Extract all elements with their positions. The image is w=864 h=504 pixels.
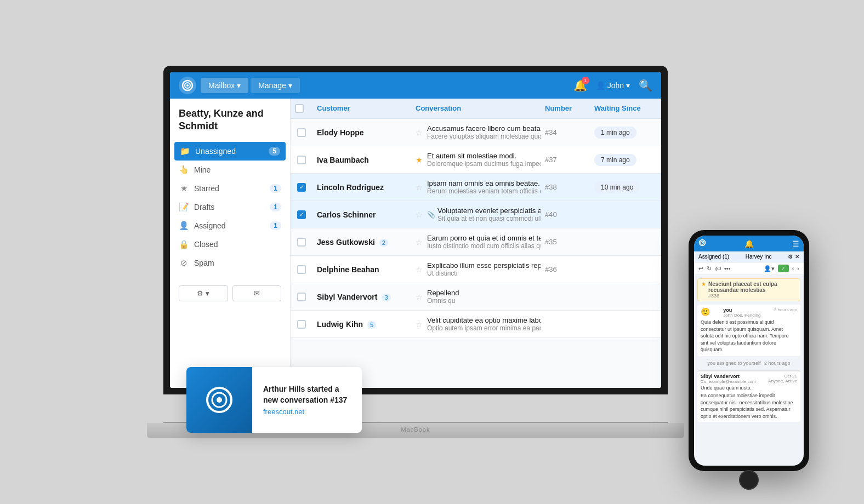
- customer-name: Jess Gutkowski 2: [317, 238, 407, 247]
- waiting-badge: 1 min ago: [594, 127, 636, 139]
- conv-meta: ☆ Explicabo illum esse perspiciatis repe…: [416, 261, 536, 277]
- customer-name: Elody Hoppe: [317, 128, 407, 137]
- table-row[interactable]: Elody Hoppe ☆ Accusamus facere libero cu…: [291, 119, 661, 146]
- app-header: Mailbox ▾ Manage ▾ 🔔 1 👤 John ▾: [170, 72, 661, 99]
- row-checkbox[interactable]: [297, 128, 306, 137]
- conv-preview: Sit quia at et non quasi commodi ullam. …: [437, 215, 541, 222]
- phone-bell-icon[interactable]: 🔔: [744, 239, 754, 248]
- phone-app-logo: [698, 239, 706, 248]
- customer-cell: Delphine Beahan: [312, 265, 411, 274]
- phone-message-sender: you John Doe, Pending: [723, 307, 760, 318]
- search-icon[interactable]: 🔍: [639, 79, 652, 92]
- conv-number: #34: [541, 128, 590, 136]
- header-nav: Mailbox ▾ Manage ▾: [201, 78, 300, 93]
- star-icon[interactable]: ☆: [416, 293, 423, 301]
- table-row[interactable]: Sibyl Vandervort 3 ☆ Repellend: [291, 283, 661, 311]
- phone-contact-info: Sibyl Vandervort Co: example@example.com: [701, 374, 756, 384]
- notification-bell-icon[interactable]: 🔔 1: [573, 79, 587, 92]
- row-checkbox[interactable]: [297, 210, 306, 219]
- mailbox-nav-button[interactable]: Mailbox ▾: [201, 78, 248, 93]
- star-icon[interactable]: ★: [416, 156, 423, 164]
- compose-button[interactable]: ✉: [232, 285, 282, 301]
- customer-cell: Jess Gutkowski 2: [312, 238, 411, 247]
- popup-site: freescout.net: [263, 408, 351, 416]
- phone-assign-note: you assigned to yourself 2 hours ago: [697, 359, 800, 367]
- phone-contact-header: Sibyl Vandervort Co: example@example.com…: [701, 374, 797, 384]
- conv-meta: ☆ Ipsam nam omnis ea omnis beatae. Rerum…: [416, 179, 536, 195]
- star-icon[interactable]: ☆: [416, 183, 423, 192]
- customer-cell: Ludwig Kihn 5: [312, 320, 411, 329]
- sidebar-item-spam[interactable]: ⊘ Spam: [170, 254, 290, 272]
- phone-menu-icon[interactable]: ☰: [792, 239, 799, 248]
- table-row[interactable]: Carlos Schinner ☆ 📎 Voluptatem eveniet p…: [291, 201, 661, 228]
- phone-contact-meta: Oct 21 Anyone, Active: [768, 374, 797, 383]
- row-checkbox[interactable]: [297, 265, 306, 274]
- table-row[interactable]: Lincoln Rodriguez ☆ Ipsam nam omnis ea o…: [291, 174, 661, 201]
- closed-label: Closed: [194, 240, 218, 249]
- sidebar-item-starred[interactable]: ★ Starred 1: [170, 179, 290, 198]
- star-icon[interactable]: ☆: [416, 128, 423, 137]
- star-icon[interactable]: ☆: [416, 320, 423, 329]
- sidebar-item-drafts[interactable]: 📝 Drafts 1: [170, 198, 290, 216]
- row-checkbox[interactable]: [297, 183, 306, 192]
- phone-contact: Sibyl Vandervort Co: example@example.com…: [697, 370, 800, 422]
- phone-close-icon[interactable]: ✕: [795, 254, 799, 260]
- phone-nav-next[interactable]: ›: [797, 265, 799, 272]
- customer-cell: Iva Baumbach: [312, 156, 411, 164]
- phone-home-button[interactable]: [739, 470, 759, 490]
- row-checkbox[interactable]: [297, 320, 306, 329]
- header-actions: 🔔 1 👤 John ▾ 🔍: [573, 79, 652, 92]
- conv-meta: ★ Et autem sit molestiae modi. Doloremqu…: [416, 152, 536, 168]
- conversation-cell: ☆ Earum porro et quia et id omnis et ten…: [411, 234, 541, 250]
- phone-reply-icon[interactable]: ↩: [698, 265, 703, 272]
- row-checkbox-cell: [291, 183, 312, 192]
- col-checkbox: [291, 104, 312, 113]
- customer-name: Carlos Schinner: [317, 210, 407, 219]
- phone-conversation: ★ Nesciunt placeat est culpa recusandae …: [694, 275, 804, 466]
- customer-name: Iva Baumbach: [317, 156, 407, 164]
- row-checkbox[interactable]: [297, 238, 306, 247]
- phone-more-icon[interactable]: •••: [724, 265, 731, 272]
- sidebar-item-unassigned[interactable]: 📁 Unassigned 5: [174, 142, 286, 161]
- col-number: Number: [541, 104, 590, 113]
- star-icon[interactable]: ☆: [416, 265, 423, 274]
- phone-nav-prev[interactable]: ‹: [792, 265, 794, 272]
- phone-star-icon: ★: [701, 281, 706, 287]
- table-row[interactable]: Ludwig Kihn 5 ☆ Velit cupiditate ea opti…: [291, 311, 661, 338]
- table-row[interactable]: Delphine Beahan ☆ Explicabo illum esse p…: [291, 256, 661, 283]
- phone-message-avatar: 🙂: [701, 307, 710, 318]
- sidebar-item-assigned[interactable]: 👤 Assigned 1: [170, 216, 290, 235]
- table-row[interactable]: Jess Gutkowski 2 ☆ Earum porro et quia e…: [291, 228, 661, 256]
- scene: Mailbox ▾ Manage ▾ 🔔 1 👤 John ▾: [0, 0, 864, 504]
- phone-assign-icon[interactable]: 👤▾: [764, 265, 775, 272]
- settings-button[interactable]: ⚙ ▾: [179, 285, 228, 301]
- waiting-badge: 7 min ago: [594, 154, 636, 166]
- phone-conv-number: #336: [708, 293, 797, 299]
- conv-number: #38: [541, 183, 590, 191]
- user-menu[interactable]: 👤 John ▾: [596, 81, 630, 90]
- star-icon[interactable]: ☆: [416, 238, 423, 247]
- sidebar-item-closed[interactable]: 🔒 Closed: [170, 235, 290, 254]
- sidebar-item-mine[interactable]: 👆 Mine: [170, 161, 290, 179]
- star-icon[interactable]: ☆: [416, 210, 423, 219]
- assigned-count: 1: [270, 221, 281, 230]
- attachment-icon: 📎: [427, 211, 435, 219]
- phone-status-btn[interactable]: ✓: [778, 265, 789, 272]
- phone-refresh-icon[interactable]: ↻: [707, 265, 712, 272]
- table-row[interactable]: Iva Baumbach ★ Et autem sit molestiae mo…: [291, 146, 661, 174]
- select-all-checkbox[interactable]: [295, 104, 304, 113]
- laptop-screen: Mailbox ▾ Manage ▾ 🔔 1 👤 John ▾: [170, 72, 661, 388]
- phone-tag-icon[interactable]: 🏷: [715, 265, 721, 272]
- phone-settings-icon[interactable]: ⚙: [788, 254, 793, 260]
- phone-screen: 🔔 ☰ Assigned (1) Harvey Inc ⚙ ✕ ↩ ↻ 🏷 ••…: [694, 236, 804, 466]
- spam-icon: ⊘: [179, 258, 189, 268]
- conv-title: Voluptatem eveniet perspiciatis aut illo…: [437, 207, 541, 215]
- star-nav-icon: ★: [179, 184, 189, 193]
- customer-cell: Lincoln Rodriguez: [312, 183, 411, 192]
- manage-nav-button[interactable]: Manage ▾: [251, 78, 299, 93]
- assigned-icon: 👤: [179, 221, 189, 231]
- chevron-down-icon: ▾: [626, 81, 630, 90]
- dropdown-arrow: ▾: [206, 289, 209, 297]
- row-checkbox[interactable]: [297, 293, 306, 301]
- row-checkbox[interactable]: [297, 156, 306, 164]
